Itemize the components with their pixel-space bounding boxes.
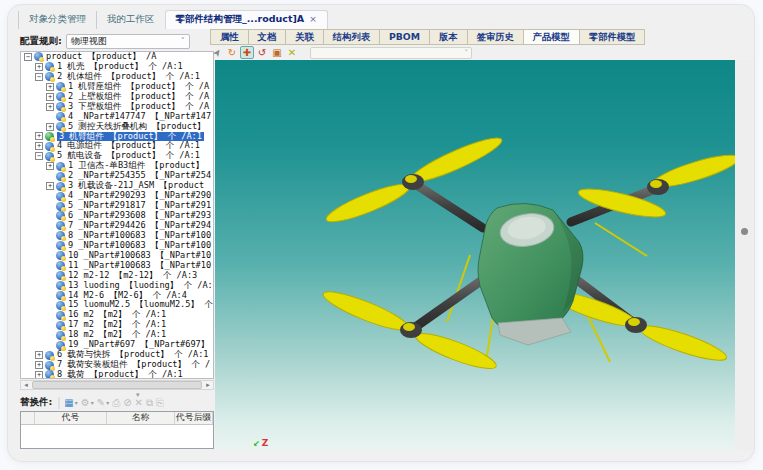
- zoom-window-icon[interactable]: ▣: [270, 46, 284, 59]
- rotate-view-icon[interactable]: ↻: [225, 46, 239, 59]
- tab-关联[interactable]: 关联: [285, 29, 323, 45]
- tree-row[interactable]: 13 luoding 【luoding】 个 /A:: [21, 281, 213, 291]
- expand-icon[interactable]: +: [46, 93, 54, 101]
- print-icon[interactable]: ⎙: [112, 397, 120, 409]
- expand-icon[interactable]: +: [35, 351, 43, 359]
- expand-icon[interactable]: +: [46, 182, 54, 190]
- part-icon: [56, 211, 65, 220]
- expand-icon[interactable]: +: [35, 142, 43, 150]
- part-icon: [56, 341, 65, 350]
- leaf-spacer: [46, 252, 54, 260]
- tab-PBOM[interactable]: PBOM: [379, 29, 429, 45]
- leaf-spacer: [46, 172, 54, 180]
- expand-icon[interactable]: +: [46, 83, 54, 91]
- part-icon: [34, 52, 43, 61]
- fit-view-icon[interactable]: ✕: [285, 46, 299, 59]
- view-mode-icon[interactable]: ▦▾: [64, 397, 77, 408]
- collapse-icon[interactable]: −: [35, 73, 43, 81]
- viewer-combo-select[interactable]: ˅: [310, 47, 472, 59]
- replacement-table: 代号名称代号后缀: [20, 411, 214, 449]
- leaf-spacer: [46, 301, 54, 309]
- collapse-icon[interactable]: −: [24, 53, 32, 61]
- 3d-viewport[interactable]: ↙ Z: [215, 60, 735, 450]
- chevron-down-icon: ˅: [465, 49, 469, 57]
- window-tab-label: 我的工作区: [107, 13, 155, 24]
- part-icon: [56, 162, 65, 171]
- leaf-spacer: [46, 291, 54, 299]
- tree-horizontal-scrollbar[interactable]: ◂ ▸: [20, 380, 214, 390]
- 3d-model-quadcopter[interactable]: [215, 60, 735, 450]
- replacement-table-header: 代号名称代号后缀: [21, 412, 213, 425]
- structure-tree: −product 【product】 /A+1 机壳 【product】 个 /…: [20, 51, 214, 379]
- settings-icon[interactable]: ⚙▾: [81, 397, 94, 408]
- expand-icon[interactable]: +: [35, 361, 43, 369]
- window-tab[interactable]: 零部件结构管理_...roduct]A×: [165, 10, 328, 29]
- column-header[interactable]: 名称: [107, 412, 175, 424]
- collapse-icon[interactable]: −: [35, 152, 43, 160]
- replacement-part-label: 替换件:: [20, 396, 52, 409]
- tab-零部件模型[interactable]: 零部件模型: [579, 29, 645, 45]
- part-icon: [56, 241, 65, 250]
- leaf-spacer: [46, 242, 54, 250]
- tab-签审历史[interactable]: 签审历史: [467, 29, 523, 45]
- expand-icon[interactable]: +: [35, 63, 43, 71]
- tab-结构列表[interactable]: 结构列表: [323, 29, 379, 45]
- leaf-spacer: [46, 212, 54, 220]
- right-side-strip: [735, 60, 754, 450]
- part-icon: [45, 361, 54, 370]
- detail-tab-bar: 属性文档关联结构列表PBOM版本签审历史产品模型零部件模型: [210, 29, 645, 45]
- scroll-handle-dot[interactable]: [741, 228, 748, 235]
- leaf-spacer: [46, 321, 54, 329]
- chevron-down-icon: ˅: [181, 37, 185, 46]
- tree-row[interactable]: +5 测控天线折叠机构 【product】: [21, 122, 213, 132]
- column-header[interactable]: 代号: [35, 412, 107, 424]
- expand-icon[interactable]: +: [46, 103, 54, 111]
- config-rule-label: 配置规则:: [20, 35, 62, 48]
- expand-icon[interactable]: +: [35, 371, 43, 379]
- copy-icon[interactable]: ⧉: [146, 397, 153, 409]
- expand-icon[interactable]: +: [35, 132, 43, 140]
- part-icon: [56, 82, 65, 91]
- part-icon: [45, 152, 54, 161]
- viewer-tools: ➤↻✚↺▣✕: [210, 46, 300, 59]
- viewer-toolbar: ➤↻✚↺▣✕ ˅: [210, 45, 472, 60]
- leaf-spacer: [46, 272, 54, 280]
- expand-icon[interactable]: +: [46, 123, 54, 131]
- leaf-spacer: [46, 113, 54, 121]
- orbit-view-icon[interactable]: ↺: [255, 46, 269, 59]
- tree-row[interactable]: +8 载荷 【product】 个 /A:1: [21, 370, 213, 379]
- scroll-left-icon[interactable]: ◂: [21, 381, 31, 389]
- chevron-down-icon: ▾: [91, 399, 94, 406]
- part-icon: [56, 291, 65, 300]
- window-tab-label: 对象分类管理: [29, 13, 86, 24]
- tab-产品模型[interactable]: 产品模型: [523, 29, 579, 45]
- column-header[interactable]: 代号后缀: [175, 412, 213, 424]
- window-tab-label: 零部件结构管理_...roduct]A: [176, 13, 305, 24]
- part-icon: [56, 92, 65, 101]
- chevron-down-icon: ▾: [106, 399, 109, 406]
- window-tab[interactable]: 对象分类管理: [18, 11, 96, 29]
- part-icon: [56, 321, 65, 330]
- remove-icon[interactable]: ⊘: [123, 397, 131, 408]
- leaf-spacer: [46, 311, 54, 319]
- part-icon: [56, 301, 65, 310]
- tab-版本[interactable]: 版本: [429, 29, 467, 45]
- config-rule-select[interactable]: 物理视图 ˅: [66, 34, 190, 49]
- expand-icon[interactable]: +: [46, 162, 54, 170]
- header-blank-cell: [21, 412, 35, 424]
- app-window: 对象分类管理我的工作区零部件结构管理_...roduct]A× 配置规则: 物理…: [8, 5, 754, 461]
- pan-view-icon[interactable]: ✚: [240, 46, 254, 59]
- edit-icon[interactable]: ✎▾: [97, 397, 109, 408]
- window-tab[interactable]: 我的工作区: [96, 11, 165, 29]
- delete-icon[interactable]: ✕: [135, 397, 143, 408]
- paste-icon[interactable]: ⎘: [156, 397, 164, 409]
- part-icon: [56, 331, 65, 340]
- chevron-down-icon: ▾: [75, 399, 78, 406]
- scrollbar-thumb[interactable]: [32, 381, 202, 389]
- close-icon[interactable]: ×: [309, 14, 317, 24]
- scroll-right-icon[interactable]: ▸: [203, 381, 213, 389]
- part-icon: [45, 370, 54, 379]
- tab-文档[interactable]: 文档: [248, 29, 286, 45]
- part-icon: [56, 271, 65, 280]
- part-icon: [45, 132, 54, 141]
